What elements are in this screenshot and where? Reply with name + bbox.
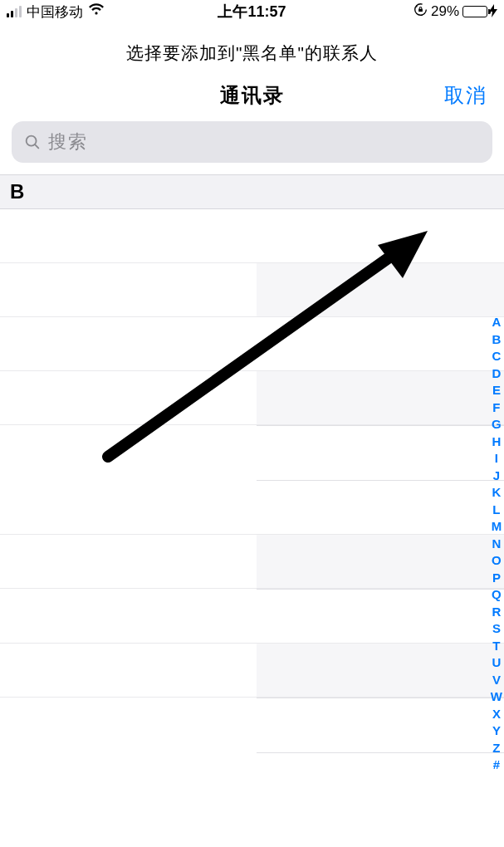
index-letter[interactable]: N [492,536,501,553]
search-input[interactable]: 搜索 [12,121,492,163]
index-letter[interactable]: Z [492,740,500,757]
wifi-icon [88,3,105,20]
index-letter[interactable]: H [492,433,501,451]
list-item[interactable] [0,209,504,263]
svg-line-2 [35,144,38,148]
index-letter[interactable]: T [492,638,500,655]
list-item[interactable] [0,590,504,644]
index-letter[interactable]: D [492,365,501,383]
index-letter[interactable]: V [492,672,501,689]
index-letter[interactable]: O [492,552,502,570]
page-subtitle: 选择要添加到"黑名单"的联系人 [0,23,504,80]
status-left: 中国移动 [7,2,105,22]
index-letter[interactable]: B [492,331,501,349]
status-bar: 中国移动 上午11:57 29% [0,0,504,23]
index-letter[interactable]: X [492,706,501,723]
index-letter[interactable]: L [492,502,500,519]
list-item[interactable] [0,535,504,589]
nav-title: 通讯录 [220,82,285,109]
index-letter[interactable]: F [492,399,500,417]
index-letter[interactable]: M [492,518,502,536]
search-placeholder: 搜索 [48,130,88,154]
index-letter[interactable]: R [492,604,501,621]
battery-percent: 29% [431,3,459,20]
index-letter[interactable]: # [493,756,500,774]
index-letter[interactable]: P [492,570,501,587]
list-item[interactable] [0,317,504,371]
rotation-lock-icon [413,2,428,21]
index-letter[interactable]: J [493,468,500,485]
index-letter[interactable]: I [495,450,498,468]
list-item[interactable] [0,263,504,317]
list-item[interactable] [0,753,504,807]
alpha-index[interactable]: ABCDEFGHIJKLMNOPQRSTUVWXYZ# [491,314,502,774]
contacts-list[interactable] [0,209,504,807]
clock: 上午11:57 [218,2,286,22]
list-item[interactable] [0,698,504,752]
section-header: B [0,174,504,209]
list-item[interactable] [0,481,504,535]
index-letter[interactable]: U [492,654,501,672]
cancel-button[interactable]: 取消 [444,82,487,109]
status-right: 29% [413,2,497,21]
index-letter[interactable]: Y [492,722,501,740]
list-item[interactable] [0,426,504,480]
signal-icon [7,6,22,17]
search-icon [23,133,42,151]
index-letter[interactable]: A [492,314,501,331]
nav-bar: 通讯录 取消 [0,80,504,111]
index-letter[interactable]: C [492,348,501,365]
index-letter[interactable]: S [492,620,501,638]
battery-icon [462,4,497,20]
list-item[interactable] [0,644,504,698]
index-letter[interactable]: Q [492,586,502,604]
list-item[interactable] [0,371,504,425]
search-container: 搜索 [0,111,504,174]
index-letter[interactable]: K [492,484,501,502]
index-letter[interactable]: W [491,688,502,706]
index-letter[interactable]: G [492,416,502,433]
carrier-label: 中国移动 [27,2,83,22]
index-letter[interactable]: E [492,382,501,399]
